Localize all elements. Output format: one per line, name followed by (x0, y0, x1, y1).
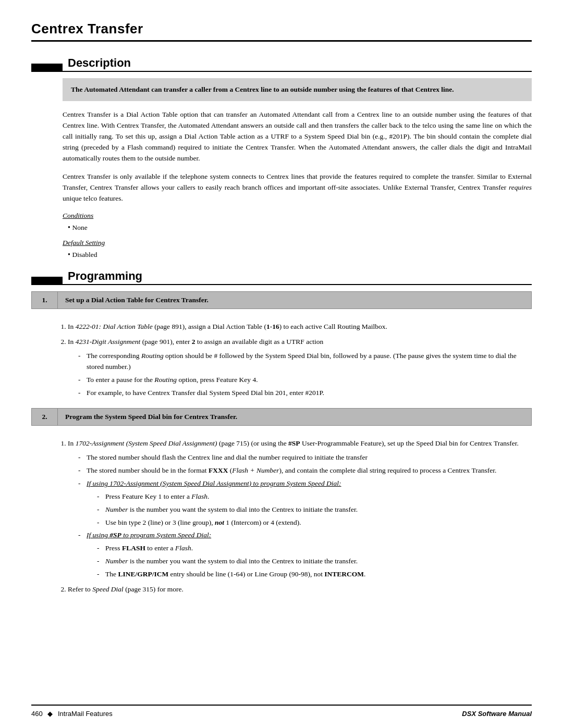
step-1-dash-3: For example, to have Centrex Transfer di… (78, 388, 524, 399)
default-label: Default Setting (63, 239, 532, 247)
title-divider (31, 40, 532, 42)
step-2-sub-dash-2-3: The LINE/GRP/ICM entry should be line (1… (97, 569, 524, 580)
programming-underline (63, 284, 532, 285)
section-line-container: Description (63, 57, 532, 72)
page-title: Centrex Transfer (31, 21, 532, 37)
page-container: Centrex Transfer Description The Automat… (0, 0, 563, 728)
programming-line-container: Programming (63, 270, 532, 285)
step-2-sub-dashes-2: Press FLASH to enter a Flash. Number is … (87, 543, 524, 580)
footer-diamond: ◆ (47, 710, 53, 718)
step-2-dashes: The stored number should flash the Centr… (68, 452, 524, 580)
footer-page-num: 460 (31, 710, 43, 718)
footer-right: DSX Software Manual (462, 710, 532, 718)
step-1-num: 1. (32, 292, 58, 309)
description-header: Description (31, 57, 532, 72)
step-2-dash-3: If using 1702-Assignment (System Speed D… (78, 478, 524, 528)
para2-bold: requires (509, 183, 532, 191)
section-underline (63, 71, 532, 72)
conditions-list: None (63, 222, 532, 233)
step-1-header-row: 1. Set up a Dial Action Table for Centre… (32, 292, 532, 309)
step-2-dash-4: If using #SP to program System Speed Dia… (78, 530, 524, 580)
para2-start: Centrex Transfer is only available if th… (63, 172, 532, 191)
step-2-sub-dash-1-1: Press Feature Key 1 to enter a Flash. (97, 491, 524, 502)
default-item-1: Disabled (68, 249, 532, 261)
step-2-dash-1: The stored number should flash the Centr… (78, 452, 524, 463)
description-title: Description (68, 57, 532, 69)
description-para1: Centrex Transfer is a Dial Action Table … (63, 109, 532, 164)
programming-header: Programming (31, 270, 532, 285)
step-1-content: In 4222-01: Dial Action Table (page 891)… (31, 316, 532, 408)
step-2-sub-dash-1-2: Number is the number you want the system… (97, 504, 524, 515)
step-2-sub-dashes-1: Press Feature Key 1 to enter a Flash. Nu… (87, 491, 524, 528)
highlight-box: The Automated Attendant can transfer a c… (63, 78, 532, 101)
step-2-sub-dash-2-2: Number is the number you want the system… (97, 556, 524, 567)
step-2-header-row: 2. Program the System Speed Dial bin for… (32, 409, 532, 426)
step-2-sub-1: In 1702-Assignment (System Speed Dial As… (68, 438, 524, 580)
page-footer: 460 ◆ IntraMail Features DSX Software Ma… (31, 705, 532, 718)
step-2-num: 2. (32, 409, 58, 426)
step-2-content: In 1702-Assignment (System Speed Dial As… (31, 433, 532, 604)
step-1-sub-2: In 4231-Digit Assignment (page 901), ent… (68, 337, 524, 399)
step-2-substeps: In 1702-Assignment (System Speed Dial As… (57, 438, 524, 595)
conditions-label: Conditions (63, 212, 532, 220)
programming-section: Programming 1. Set up a Dial Action Tabl… (31, 270, 532, 604)
footer-left-text: IntraMail Features (58, 710, 113, 718)
description-content: Centrex Transfer is a Dial Action Table … (63, 109, 532, 260)
step-2-sub-2: Refer to Speed Dial (page 315) for more. (68, 584, 524, 595)
para2-end: unique telco features. (63, 194, 123, 202)
step-2-header-text: Program the System Speed Dial bin for Ce… (58, 409, 532, 426)
step-1-dashes: The corresponding Routing option should … (68, 351, 524, 399)
section-bar-decoration-2 (31, 277, 63, 285)
step-2-sub-dash-1-3: Use bin type 2 (line) or 3 (line group),… (97, 517, 524, 528)
step-2-sub-dash-2-1: Press FLASH to enter a Flash. (97, 543, 524, 554)
step-1-dash-1: The corresponding Routing option should … (78, 351, 524, 373)
description-para2: Centrex Transfer is only available if th… (63, 171, 532, 204)
step-1-header-text: Set up a Dial Action Table for Centrex T… (58, 292, 532, 309)
footer-left: 460 ◆ IntraMail Features (31, 710, 113, 718)
step-1-table: 1. Set up a Dial Action Table for Centre… (31, 291, 532, 309)
highlight-text: The Automated Attendant can transfer a c… (71, 84, 523, 95)
default-list: Disabled (63, 249, 532, 261)
step-1-substeps: In 4222-01: Dial Action Table (page 891)… (57, 322, 524, 399)
programming-title: Programming (68, 270, 532, 282)
step-2-table: 2. Program the System Speed Dial bin for… (31, 408, 532, 426)
section-bar-decoration (31, 64, 63, 72)
step-1-dash-2: To enter a pause for the Routing option,… (78, 375, 524, 386)
step-1-sub-1: In 4222-01: Dial Action Table (page 891)… (68, 322, 524, 332)
conditions-item-1: None (68, 222, 532, 233)
step-2-dash-2: The stored number should be in the forma… (78, 465, 524, 476)
